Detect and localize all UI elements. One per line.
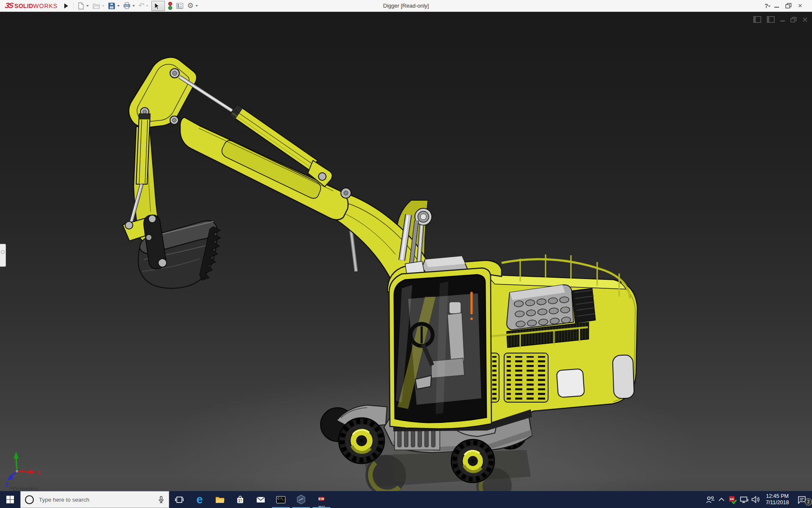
taskbar-solidworks-button[interactable]: SW 2017 xyxy=(311,491,332,508)
taskbar-store-button[interactable] xyxy=(230,491,250,508)
close-button[interactable]: ✕ xyxy=(794,1,806,11)
new-document-icon xyxy=(77,2,85,10)
edrawings-hexagon-icon xyxy=(296,494,306,505)
windows-logo-icon xyxy=(6,495,14,504)
task-view-button[interactable] xyxy=(169,491,189,508)
undo-arrow-icon: ↶ xyxy=(138,3,144,9)
doc-restore-button[interactable] xyxy=(790,16,797,23)
cab[interactable] xyxy=(387,256,502,429)
pane-right-icon xyxy=(767,16,775,23)
volume-button[interactable] xyxy=(750,491,761,508)
taskbar-search[interactable] xyxy=(20,491,169,508)
solidworks-window: 3S SOLID WORKS xyxy=(0,0,812,508)
boom-assembly[interactable] xyxy=(123,57,440,302)
graphics-viewport[interactable]: X Z *Dimetric xyxy=(0,12,812,491)
body-end-panel xyxy=(612,355,634,399)
doc-close-button[interactable] xyxy=(802,16,808,23)
rebuild-button[interactable] xyxy=(167,1,173,11)
taskbar-mail-button[interactable] xyxy=(250,491,271,508)
rebuild-traffic-light-icon xyxy=(168,2,173,10)
open-folder-icon xyxy=(92,2,100,9)
pane-left-icon xyxy=(753,16,761,23)
undo-dropdown-caret-icon[interactable] xyxy=(146,5,148,8)
document-window-controls xyxy=(753,16,808,23)
search-input[interactable] xyxy=(38,496,154,503)
network-button[interactable] xyxy=(738,491,750,508)
title-bar: 3S SOLID WORKS xyxy=(0,0,812,12)
open-document-button[interactable] xyxy=(92,2,105,10)
taskbar-command-prompt-button[interactable]: C:\_ xyxy=(271,491,291,508)
toolbar-separator xyxy=(73,2,74,10)
undo-button[interactable]: ↶ xyxy=(138,2,149,10)
gear-icon: ⚙ xyxy=(187,2,193,9)
doc-pane-left-button[interactable] xyxy=(753,16,761,23)
taskbar-edrawings-button[interactable] xyxy=(291,491,311,508)
body-window xyxy=(557,369,584,398)
action-center-button[interactable]: 2 xyxy=(793,491,810,508)
sw-resource-monitor-icon: sw xyxy=(729,496,736,503)
sw-cube-icon: SW xyxy=(318,497,325,501)
restore-icon xyxy=(785,3,792,8)
solidworks-2017-icon: SW 2017 xyxy=(316,494,327,505)
show-hidden-icons-button[interactable] xyxy=(716,491,727,508)
save-button[interactable] xyxy=(107,2,120,10)
chevron-up-icon xyxy=(718,497,725,502)
feature-manager-tab[interactable] xyxy=(0,244,6,267)
sw-resource-monitor-button[interactable]: sw xyxy=(727,491,738,508)
sw-year-label: 2017 xyxy=(318,505,325,508)
wheel-front-left xyxy=(339,418,384,464)
new-document-button[interactable] xyxy=(77,2,89,10)
minimize-button[interactable] xyxy=(771,1,782,11)
doc-pane-right-button[interactable] xyxy=(767,16,775,23)
save-dropdown-caret-icon[interactable] xyxy=(117,5,120,8)
cortana-icon[interactable] xyxy=(25,495,34,504)
speaker-icon xyxy=(751,496,760,503)
select-cursor-icon xyxy=(153,2,160,10)
restore-button[interactable] xyxy=(782,1,794,11)
file-properties-button[interactable] xyxy=(176,2,184,10)
solidworks-logo: 3S SOLID WORKS xyxy=(0,1,58,10)
file-properties-icon xyxy=(176,2,184,10)
doc-close-icon xyxy=(802,17,808,22)
options-button[interactable]: ⚙ xyxy=(187,2,198,10)
view-orientation-label: *Dimetric xyxy=(10,485,39,491)
clock-date: 7/11/2018 xyxy=(761,500,793,506)
open-dropdown-caret-icon[interactable] xyxy=(102,5,104,8)
print-button[interactable] xyxy=(123,2,135,10)
system-tray: sw xyxy=(704,491,812,508)
floor-reflection xyxy=(254,450,609,491)
network-icon xyxy=(740,496,749,503)
digger-3d-model[interactable]: X Z xyxy=(0,12,812,491)
start-button[interactable] xyxy=(0,491,20,508)
select-tool-button[interactable] xyxy=(151,1,165,11)
save-floppy-icon xyxy=(108,2,115,10)
cab-orange-handle xyxy=(470,292,473,315)
wheel-front-right xyxy=(451,439,494,483)
task-view-icon xyxy=(175,496,184,504)
microphone-icon[interactable] xyxy=(158,496,165,503)
print-icon xyxy=(123,2,131,9)
people-icon xyxy=(705,496,715,503)
doc-restore-icon xyxy=(790,17,797,22)
window-controls: ? ✕ xyxy=(760,1,812,11)
taskbar-edge-button[interactable]: e xyxy=(189,491,210,508)
people-button[interactable] xyxy=(704,491,716,508)
store-icon xyxy=(236,495,244,504)
clock[interactable]: 12:45 PM 7/11/2018 xyxy=(761,493,793,506)
triad-z-label: Z xyxy=(5,482,8,488)
taskbar-file-explorer-button[interactable] xyxy=(210,491,230,508)
print-dropdown-caret-icon[interactable] xyxy=(132,5,135,8)
file-explorer-icon xyxy=(215,495,225,504)
new-dropdown-caret-icon[interactable] xyxy=(86,5,89,8)
green-check-icon xyxy=(731,499,737,504)
clock-time: 12:45 PM xyxy=(761,493,793,500)
options-dropdown-caret-icon[interactable] xyxy=(195,5,198,8)
doc-minimize-icon xyxy=(780,20,785,22)
notification-badge: 2 xyxy=(805,498,812,505)
dassault-3s-logo-icon: 3S xyxy=(4,1,14,10)
logo-text-solid: SOLID xyxy=(14,3,33,9)
doc-minimize-button[interactable] xyxy=(780,16,785,23)
triad-x-label: X xyxy=(37,470,41,476)
feature-manager-dot-icon xyxy=(1,250,5,254)
menu-flyout-arrow-icon[interactable] xyxy=(64,3,71,8)
